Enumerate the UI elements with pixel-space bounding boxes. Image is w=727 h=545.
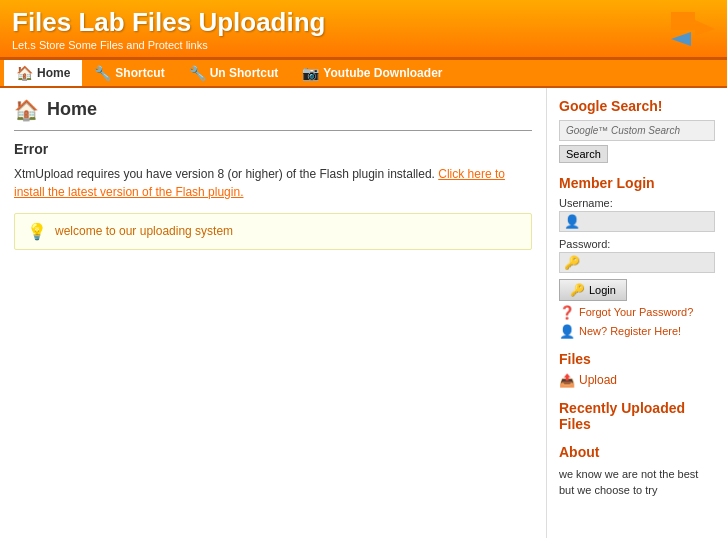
login-btn-label: Login <box>589 284 616 296</box>
search-button[interactable]: Search <box>559 145 608 163</box>
page-title: Home <box>47 99 97 120</box>
logo-arrows-icon <box>671 10 715 48</box>
svg-marker-0 <box>671 12 715 36</box>
upload-icon: 📤 <box>559 373 575 388</box>
home-icon: 🏠 <box>16 65 33 81</box>
nav-unshortcut[interactable]: 🔧 Un Shortcut <box>177 60 291 86</box>
username-label: Username: <box>559 197 715 209</box>
member-login-title: Member Login <box>559 175 715 191</box>
google-section-title: Google Search! <box>559 98 715 114</box>
error-text: XtmUpload requires you have version 8 (o… <box>14 165 532 201</box>
nav-shortcut[interactable]: 🔧 Shortcut <box>82 60 176 86</box>
header: Files Lab Files Uploading Let.s Store So… <box>0 0 727 60</box>
error-message: XtmUpload requires you have version 8 (o… <box>14 167 435 181</box>
recently-uploaded-title: Recently Uploaded Files <box>559 400 715 432</box>
unshortcut-icon: 🔧 <box>189 65 206 81</box>
register-text: New? Register Here! <box>579 325 681 337</box>
error-title: Error <box>14 141 532 157</box>
login-btn-icon: 🔑 <box>570 283 585 297</box>
page-house-icon: 🏠 <box>14 98 39 122</box>
password-input-row: 🔑 <box>559 252 715 273</box>
header-title: Files Lab Files Uploading <box>12 8 326 37</box>
upload-label: Upload <box>579 373 617 387</box>
about-title: About <box>559 444 715 460</box>
login-button[interactable]: 🔑 Login <box>559 279 627 301</box>
forgot-icon: ❓ <box>559 305 575 320</box>
google-logo-text: Google™ Custom Search <box>566 125 680 136</box>
info-box: 💡 welcome to our uploading system <box>14 213 532 250</box>
nav-youtube-label: Youtube Downloader <box>323 66 442 80</box>
username-input-row: 👤 <box>559 211 715 232</box>
nav-shortcut-label: Shortcut <box>115 66 164 80</box>
files-section-title: Files <box>559 351 715 367</box>
main-content: 🏠 Home Error XtmUpload requires you have… <box>0 88 547 538</box>
page-title-row: 🏠 Home <box>14 98 532 122</box>
lightbulb-icon: 💡 <box>27 222 47 241</box>
logo-arrows <box>671 10 715 48</box>
password-label: Password: <box>559 238 715 250</box>
title-divider <box>14 130 532 131</box>
layout: 🏠 Home Error XtmUpload requires you have… <box>0 88 727 538</box>
header-subtitle: Let.s Store Some Files and Protect links <box>12 39 326 51</box>
lock-icon: 🔑 <box>564 255 580 270</box>
nav-home[interactable]: 🏠 Home <box>4 60 82 86</box>
nav-home-label: Home <box>37 66 70 80</box>
header-logo <box>671 10 715 48</box>
google-search-box: Google™ Custom Search <box>559 120 715 141</box>
sidebar: Google Search! Google™ Custom Search Sea… <box>547 88 727 538</box>
nav-unshortcut-label: Un Shortcut <box>210 66 279 80</box>
header-title-block: Files Lab Files Uploading Let.s Store So… <box>12 8 326 51</box>
user-icon: 👤 <box>564 214 580 229</box>
register-link[interactable]: 👤 New? Register Here! <box>559 324 715 339</box>
shortcut-icon: 🔧 <box>94 65 111 81</box>
register-icon: 👤 <box>559 324 575 339</box>
about-text: we know we are not the best but we choos… <box>559 466 715 499</box>
navbar: 🏠 Home 🔧 Shortcut 🔧 Un Shortcut 📷 Youtub… <box>0 60 727 88</box>
info-box-text: welcome to our uploading system <box>55 224 233 238</box>
youtube-icon: 📷 <box>302 65 319 81</box>
forgot-password-link[interactable]: ❓ Forgot Your Password? <box>559 305 715 320</box>
upload-link[interactable]: 📤 Upload <box>559 373 715 388</box>
svg-marker-1 <box>671 32 715 46</box>
forgot-password-text: Forgot Your Password? <box>579 306 693 318</box>
nav-youtube[interactable]: 📷 Youtube Downloader <box>290 60 454 86</box>
